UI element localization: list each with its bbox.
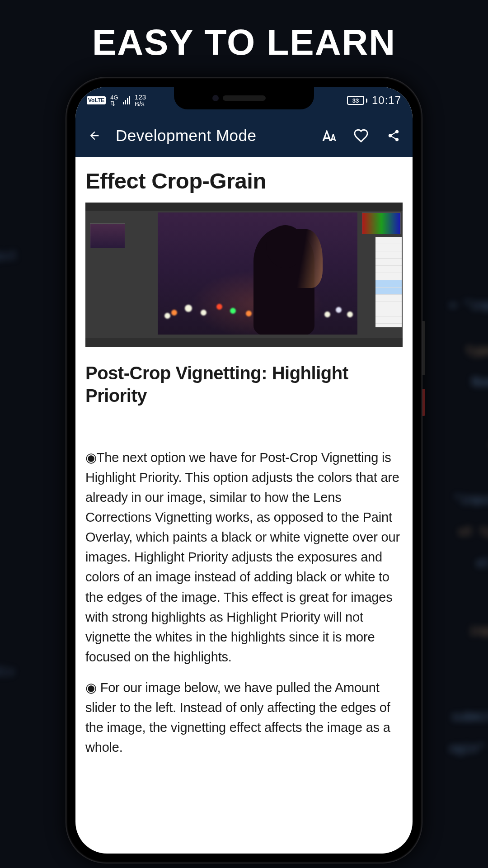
- volte-badge: VoLTE: [87, 96, 106, 104]
- font-size-button[interactable]: [319, 126, 338, 146]
- arrow-left-icon: [88, 129, 101, 142]
- appbar-title: Development Mode: [116, 127, 257, 145]
- heart-icon: [353, 128, 369, 143]
- phone-mockup: VoLTE 4G⇅ 123 B/s 33 10:17 Developmen: [66, 77, 422, 863]
- screenshot-lightroom: [85, 203, 403, 347]
- phone-screen: VoLTE 4G⇅ 123 B/s 33 10:17 Developmen: [75, 87, 413, 854]
- article-content[interactable]: Effect Crop-Grain: [75, 157, 413, 854]
- app-bar: Development Mode: [75, 114, 413, 157]
- paragraph-1: ◉The next option we have for Post-Crop V…: [85, 448, 403, 667]
- article-heading: Effect Crop-Grain: [85, 168, 403, 193]
- font-size-icon: [320, 127, 337, 144]
- back-button[interactable]: [84, 126, 104, 146]
- share-button[interactable]: [384, 126, 404, 146]
- paragraph-2: ◉ For our image below, we have pulled th…: [85, 678, 403, 757]
- network-gen: 4G⇅: [110, 94, 118, 106]
- promo-headline: EASY TO LEARN: [0, 22, 488, 63]
- section-heading: Post-Crop Vignetting: Highlight Priority: [85, 362, 403, 407]
- clock: 10:17: [372, 94, 401, 107]
- battery-indicator: 33: [347, 96, 367, 105]
- network-speed: 123 B/s: [135, 94, 146, 107]
- share-icon: [387, 129, 400, 142]
- phone-notch: [174, 87, 314, 109]
- favorite-button[interactable]: [351, 126, 371, 146]
- signal-icon: [123, 96, 131, 104]
